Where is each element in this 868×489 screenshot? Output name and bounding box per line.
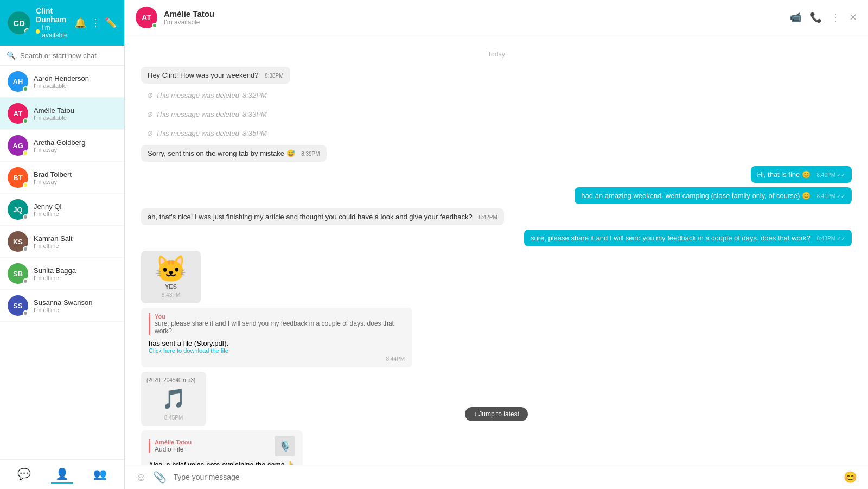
compose-icon[interactable]: ✏️ <box>105 17 117 29</box>
deleted-message: ⊘This message was deleted 8:35PM <box>141 126 272 141</box>
deleted-message: ⊘This message was deleted 8:33PM <box>141 107 272 122</box>
reply-audio-message: Amélie Tatou Audio File 🎙️ Also, a brief… <box>141 430 303 465</box>
message-row: Hey Clint! How was your weekend? 8:38PM <box>141 67 852 84</box>
user-status-indicator <box>24 28 30 34</box>
chat-contact-info: Amélie Tatou I'm available <box>164 9 214 26</box>
contact-item[interactable]: AT Amélie Tatou I'm available <box>0 98 124 130</box>
chat-avatar: AT <box>136 7 157 28</box>
contact-avatar: SS <box>8 295 28 316</box>
contact-avatar: JQ <box>8 199 28 220</box>
chat-contact-name: Amélie Tatou <box>164 9 214 18</box>
contact-avatar: AG <box>8 135 28 156</box>
audio-reply-icon: 🎙️ <box>275 436 295 456</box>
contact-avatar: KS <box>8 231 28 252</box>
chat-area: AT Amélie Tatou I'm available 📹 📞 ⋮ ✕ To… <box>125 0 868 489</box>
message-bubble: ah, that's nice! I was just finishing my… <box>141 208 504 225</box>
emoji-icon[interactable]: ☺ <box>136 471 146 484</box>
contact-avatar: SB <box>8 263 28 284</box>
message-bubble: Hey Clint! How was your weekend? 8:38PM <box>141 67 290 84</box>
chat-header: AT Amélie Tatou I'm available 📹 📞 ⋮ ✕ <box>125 0 868 35</box>
audio-file-icon: 🎵 <box>162 388 186 410</box>
sidebar-header: CD Clint Dunham I'm available 🔔 ⋮ ✏️ <box>0 0 124 46</box>
message-row: 🐱 YES 8:43PM <box>141 251 852 303</box>
read-tick: ✓✓ <box>837 193 845 199</box>
message-row: ⊘This message was deleted 8:33PM <box>141 107 852 122</box>
user-info: Clint Dunham I'm available <box>36 7 74 39</box>
messages-container: Today Hey Clint! How was your weekend? 8… <box>125 35 868 465</box>
message-row: sure, please share it and I will send yo… <box>141 230 852 246</box>
chat-contact-status: I'm available <box>164 18 214 26</box>
contact-item[interactable]: AH Aaron Henderson I'm available <box>0 66 124 98</box>
status-dot <box>36 29 40 34</box>
groups-nav-icon[interactable]: 👥 <box>89 465 111 484</box>
contact-item[interactable]: BT Brad Tolbert I'm away <box>0 162 124 194</box>
contact-item[interactable]: JQ Jenny Qi I'm offline <box>0 194 124 226</box>
search-icon: 🔍 <box>7 51 16 60</box>
reply-file-message: You sure, please share it and I will sen… <box>141 308 412 367</box>
read-tick: ✓✓ <box>837 172 845 178</box>
jump-to-latest[interactable]: ↓ Jump to latest <box>465 407 528 421</box>
message-row: ah, that's nice! I was just finishing my… <box>141 208 852 225</box>
message-bubble: sure, please share it and I will send yo… <box>524 230 852 246</box>
more-options-icon[interactable]: ⋮ <box>91 17 100 29</box>
voice-call-icon[interactable]: 📞 <box>810 11 822 23</box>
sidebar: CD Clint Dunham I'm available 🔔 ⋮ ✏️ 🔍 A… <box>0 0 125 489</box>
sticker-message: 🐱 YES 8:43PM <box>141 251 201 303</box>
message-input[interactable] <box>173 473 837 481</box>
chat-header-left: AT Amélie Tatou I'm available <box>136 7 214 28</box>
video-call-icon[interactable]: 📹 <box>789 11 801 23</box>
read-tick: ✓✓ <box>837 236 845 242</box>
contacts-nav-icon[interactable]: 👤 <box>51 465 73 484</box>
user-avatar: CD <box>8 11 30 34</box>
notifications-icon[interactable]: 🔔 <box>74 17 86 29</box>
contact-item[interactable]: SS Susanna Swanson I'm offline <box>0 290 124 322</box>
message-bubble: Sorry, sent this on the wrong tab by mis… <box>141 145 327 162</box>
user-name: Clint Dunham <box>36 7 74 24</box>
search-bar: 🔍 <box>0 46 124 66</box>
chat-more-icon[interactable]: ⋮ <box>831 11 840 23</box>
contact-avatar: BT <box>8 167 28 188</box>
audio-message: (2020_204540.mp3) 🎵 8:45PM <box>141 372 206 426</box>
user-status: I'm available <box>36 24 74 39</box>
message-row: Sorry, sent this on the wrong tab by mis… <box>141 145 852 162</box>
message-row: You sure, please share it and I will sen… <box>141 308 852 367</box>
date-divider: Today <box>141 50 852 58</box>
contact-avatar: AT <box>8 103 28 124</box>
contact-item[interactable]: KS Kamran Sait I'm offline <box>0 226 124 258</box>
sidebar-user: CD Clint Dunham I'm available <box>8 7 74 39</box>
contact-item[interactable]: AG Aretha Goldberg I'm away <box>0 130 124 162</box>
contact-item[interactable]: SB Sunita Bagga I'm offline <box>0 258 124 290</box>
contact-list: AH Aaron Henderson I'm available AT Amél… <box>0 66 124 459</box>
chat-header-right: 📹 📞 ⋮ ✕ <box>789 11 857 23</box>
close-chat-icon[interactable]: ✕ <box>849 11 857 23</box>
message-row: ⊘This message was deleted 8:35PM <box>141 126 852 141</box>
message-row: Hi, that is fine 😊 8:40PM✓✓ <box>141 166 852 183</box>
attach-icon[interactable]: 📎 <box>153 471 167 484</box>
contact-avatar: AH <box>8 71 28 92</box>
emoji-input-icon[interactable]: 😊 <box>844 471 857 484</box>
deleted-message: ⊘This message was deleted 8:32PM <box>141 88 272 103</box>
sidebar-bottom-nav: 💬 👤 👥 <box>0 459 124 489</box>
chat-nav-icon[interactable]: 💬 <box>13 465 35 484</box>
message-bubble: Hi, that is fine 😊 8:40PM✓✓ <box>751 166 852 183</box>
search-input[interactable] <box>20 52 118 60</box>
sidebar-header-icons: 🔔 ⋮ ✏️ <box>74 17 117 29</box>
chat-status-indicator <box>152 23 157 28</box>
input-bar: ☺ 📎 😊 <box>125 465 868 489</box>
message-row: Amélie Tatou Audio File 🎙️ Also, a brief… <box>141 430 852 465</box>
message-row: ⊘This message was deleted 8:32PM <box>141 88 852 103</box>
message-bubble: had an amazing weekend. went camping (cl… <box>575 187 852 204</box>
message-row: had an amazing weekend. went camping (cl… <box>141 187 852 204</box>
